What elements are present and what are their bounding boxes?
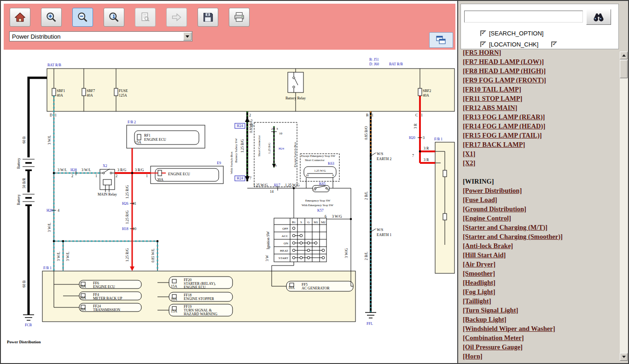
diagram-text-label: With Emergency Stop SW: [302, 203, 334, 207]
nav-link[interactable]: [Anti-lock Brake]: [463, 241, 619, 250]
search-option-label: [SEARCH_OPTION]: [489, 30, 543, 37]
zoom-out-button[interactable]: [72, 8, 93, 27]
location-chk-checkbox[interactable]: [480, 41, 486, 47]
diagram-connector-label[interactable]: F/B 1: [43, 266, 52, 270]
diagram-text-label: D: [50, 113, 52, 117]
nav-link[interactable]: [Backup Light]: [463, 315, 619, 324]
nav-scrollbar[interactable]: [620, 52, 628, 361]
nav-link[interactable]: [Smoother]: [463, 269, 619, 278]
nav-link[interactable]: [FR7 HEAD LAMP (LOW)]: [463, 57, 619, 66]
diagram-connector-label[interactable]: H18: [122, 227, 128, 231]
diagram-connector-label[interactable]: H28: [70, 168, 77, 172]
nav-link[interactable]: [FR11 STOP LAMP]: [463, 94, 619, 103]
nav-link[interactable]: [Oil Pressure Gauge]: [463, 342, 619, 352]
nav-link[interactable]: [FR15 FOG LAMP (TAIL)]: [463, 131, 619, 140]
nav-link[interactable]: [X2]: [463, 158, 619, 168]
diagram-text-label: 1.25 W/G: [314, 169, 326, 172]
diagram-connector-label[interactable]: K65: [319, 182, 326, 186]
forward-button[interactable]: [166, 8, 187, 27]
search-button[interactable]: [586, 9, 611, 25]
diagram-select[interactable]: Power Distribution: [9, 31, 192, 41]
nav-link[interactable]: [FR14 FOG LAMP (HEAD)]: [463, 121, 619, 131]
diagram-text-label: G: [307, 220, 309, 224]
fit-page-button[interactable]: [135, 8, 156, 27]
diagram-text-label: W/S: [377, 228, 383, 232]
zoom-actual-button[interactable]: [104, 8, 124, 27]
diagram-text-label: 2: [249, 113, 251, 117]
diagram-connector-label[interactable]: BAT R/B: [389, 62, 403, 66]
nav-link[interactable]: [FR5 HORN]: [463, 48, 619, 57]
diagram-connector-label[interactable]: K63: [328, 162, 334, 166]
chevron-down-icon[interactable]: [183, 32, 192, 40]
diagram-text-label: 0.85 B/O: [364, 126, 368, 140]
diagram-connector-label[interactable]: FFL: [367, 322, 373, 326]
diagram-text-label: 3 R/G: [117, 168, 127, 172]
nav-link[interactable]: [Headlight]: [463, 278, 619, 287]
nav-link[interactable]: [Windshield Wiper and Washer]: [463, 324, 619, 333]
diagram-connector-label[interactable]: FCB: [25, 323, 32, 327]
nav-link[interactable]: [FR8 HEAD LAMP (HIGH)]: [463, 66, 619, 75]
nav-link[interactable]: [Starter and Charging (M/T)]: [463, 223, 619, 232]
diagram-connector-label[interactable]: H24: [237, 176, 243, 180]
nav-link[interactable]: [FR9 FOG LAMP (FRONT)]: [463, 75, 619, 85]
nav-link[interactable]: [Fog Light]: [463, 287, 619, 296]
diagram-text-label: C: [415, 113, 418, 117]
nav-link[interactable]: [X1]: [463, 149, 619, 158]
search-input[interactable]: [464, 11, 583, 23]
diagram-connector-label[interactable]: H24: [237, 124, 243, 128]
diagram-connector-label[interactable]: D: J60: [369, 62, 379, 66]
scroll-down-button[interactable]: [620, 353, 628, 361]
scrollbar-thumb[interactable]: [620, 60, 628, 78]
nav-link[interactable]: [Turn Signal Light]: [463, 306, 619, 315]
diagram-connector-label[interactable]: H26: [122, 202, 128, 206]
cascade-windows-button[interactable]: [429, 32, 453, 48]
diagram-text-label: Battery: [17, 194, 21, 205]
diagram-text-label: 10: [279, 132, 283, 135]
diagram-text-label: 60 B: [22, 280, 26, 287]
diagram-text-label: EARTH 2: [377, 157, 391, 161]
nav-link[interactable]: [FR13 FOG LAMP (REAR)]: [463, 112, 619, 121]
location-chk-extra-checkbox[interactable]: [551, 41, 557, 47]
diagram-text-label: Short Connector: [305, 158, 325, 162]
print-button[interactable]: [229, 8, 250, 27]
save-button[interactable]: [198, 8, 218, 27]
diagram-connector-label[interactable]: X2: [103, 164, 107, 168]
diagram-text-label: 14: [270, 190, 274, 194]
nav-link[interactable]: [Ground Distribution]: [463, 204, 619, 214]
diagram-connector-label[interactable]: H20: [409, 136, 415, 140]
diagram-connector-label[interactable]: B: J51: [369, 58, 379, 62]
diagram-text-label: 3 R: [424, 146, 429, 150]
nav-link[interactable]: [Combination Meter]: [463, 333, 619, 342]
nav-link[interactable]: [Hill Start Aid]: [463, 250, 619, 260]
nav-section-header: [WIRING]: [463, 177, 619, 186]
diagram-text-label: 3 W: [265, 255, 269, 261]
nav-link[interactable]: [FR17 BACK LAMP]: [463, 140, 619, 149]
nav-link[interactable]: [FR12 ABS MAIN]: [463, 103, 619, 112]
diagram-text-label: S: [300, 220, 302, 224]
diagram-text-label: 10A: [80, 307, 86, 312]
search-option-checkbox[interactable]: [480, 30, 486, 36]
nav-link[interactable]: [FR10 TAIL LAMP]: [463, 85, 619, 94]
bg-wire-down-arrow: [245, 176, 250, 181]
nav-link[interactable]: [Power Distribution]: [463, 186, 619, 195]
nav-link[interactable]: [Fuse Load]: [463, 195, 619, 204]
diagram-connector-label[interactable]: H20: [47, 208, 53, 213]
diagram-connector-label[interactable]: BAT R/B: [47, 63, 61, 67]
nav-link[interactable]: [Starter and Charging (Smoother)]: [463, 232, 619, 241]
diagram-connector-label[interactable]: F/B 2: [128, 120, 136, 124]
zoom-in-button[interactable]: [41, 8, 62, 27]
diagram-connector-label[interactable]: E9: [217, 161, 221, 165]
nav-link[interactable]: [Air Dryer]: [463, 260, 619, 269]
diagram-connector-label[interactable]: H17: [274, 183, 280, 187]
diagram-text-label: EARTH 1: [377, 233, 391, 237]
diagram-text-label: 1.25 W/G: [285, 183, 300, 187]
nav-link[interactable]: [Horn]: [463, 352, 619, 361]
nav-link[interactable]: [Engine Control]: [463, 214, 619, 223]
nav-link[interactable]: [Taillight]: [463, 296, 619, 306]
scroll-up-button[interactable]: [620, 52, 628, 59]
diagram-connector-label[interactable]: H24: [279, 147, 285, 150]
diagram-connector-label[interactable]: K57: [317, 208, 324, 213]
diagram-text-label: SBF1: [57, 89, 65, 93]
diagram-connector-label[interactable]: F/B 1: [434, 137, 443, 141]
home-button[interactable]: [10, 8, 30, 27]
